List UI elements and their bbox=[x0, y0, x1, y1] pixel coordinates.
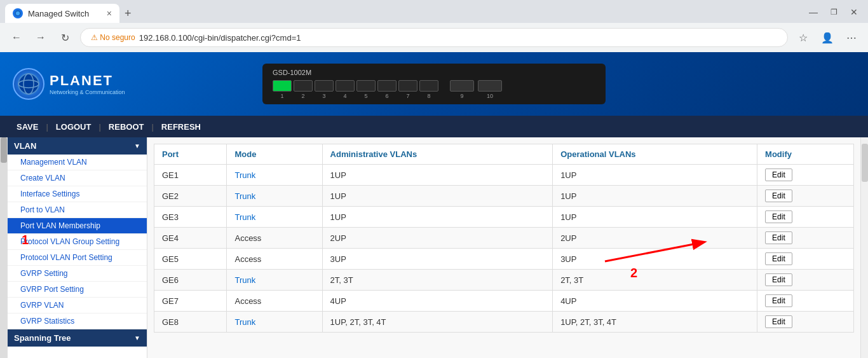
app: PLANET Networking & Communication GSD-10… bbox=[0, 52, 868, 358]
sidebar-scroll-track bbox=[0, 137, 8, 358]
edit-button[interactable]: Edit bbox=[765, 231, 792, 244]
save-button[interactable]: SAVE bbox=[10, 120, 44, 134]
tab-favicon bbox=[13, 8, 23, 18]
cell-mode: Access bbox=[227, 249, 322, 270]
cell-port: GE2 bbox=[154, 186, 227, 207]
cell-admin-vlans: 1UP bbox=[322, 207, 553, 228]
close-tab-button[interactable]: × bbox=[107, 8, 112, 18]
cell-port: GE4 bbox=[154, 228, 227, 249]
address-bar: ← → ↻ ⚠ No seguro 192.168.0.100/cgi-bin/… bbox=[0, 23, 868, 52]
cell-modify: Edit bbox=[757, 270, 854, 291]
spanning-tree-section-header[interactable]: Spanning Tree ▼ bbox=[8, 329, 147, 347]
cell-admin-vlans: 2UP bbox=[322, 228, 553, 249]
address-url: 192.168.0.100/cgi-bin/dispatcher.cgi?cmd… bbox=[139, 33, 301, 43]
sfp-port-9 bbox=[450, 80, 474, 92]
port-6 bbox=[377, 80, 397, 92]
edit-button[interactable]: Edit bbox=[765, 315, 792, 328]
edit-button[interactable]: Edit bbox=[765, 294, 792, 307]
port-4 bbox=[336, 80, 355, 92]
security-warning: ⚠ No seguro bbox=[91, 33, 135, 42]
content-scrollbar[interactable] bbox=[860, 137, 868, 358]
toolbar: SAVE | LOGOUT | REBOOT | REFRESH bbox=[0, 116, 868, 137]
port-8 bbox=[419, 80, 438, 92]
top-header: PLANET Networking & Communication GSD-10… bbox=[0, 52, 868, 116]
table-row: GE7 Access 4UP 4UP Edit bbox=[154, 291, 854, 312]
tab-title: Managed Switch bbox=[28, 9, 102, 18]
refresh-button[interactable]: ↻ bbox=[56, 29, 74, 46]
close-window-button[interactable]: ✕ bbox=[845, 3, 863, 21]
cell-mode: Trunk bbox=[227, 186, 322, 207]
port-1 bbox=[273, 80, 292, 92]
edit-button[interactable]: Edit bbox=[765, 252, 792, 265]
cell-mode: Trunk bbox=[227, 165, 322, 186]
svg-point-1 bbox=[16, 11, 20, 15]
browser-window: Managed Switch × + — ❐ ✕ ← → ↻ ⚠ No segu… bbox=[0, 0, 868, 52]
cell-oper-vlans: 1UP bbox=[553, 186, 757, 207]
sidebar-item-management-vlan[interactable]: Management VLAN bbox=[8, 155, 147, 170]
cell-admin-vlans: 4UP bbox=[322, 291, 553, 312]
profile-button[interactable]: 👤 bbox=[818, 29, 836, 46]
sidebar-scroll-thumb[interactable] bbox=[1, 137, 7, 163]
sep-3: | bbox=[150, 122, 154, 132]
cell-modify: Edit bbox=[757, 186, 854, 207]
edit-button[interactable]: Edit bbox=[765, 273, 792, 286]
sidebar-item-protocol-vlan-group[interactable]: Protocol VLAN Group Setting bbox=[8, 234, 147, 250]
table-row: GE1 Trunk 1UP 1UP Edit bbox=[154, 165, 854, 186]
table-row: GE3 Trunk 1UP 1UP Edit bbox=[154, 207, 854, 228]
sidebar-item-gvrp-vlan[interactable]: GVRP VLAN bbox=[8, 298, 147, 313]
sidebar-item-gvrp-setting[interactable]: GVRP Setting bbox=[8, 266, 147, 282]
cell-oper-vlans: 2T, 3T bbox=[553, 270, 757, 291]
cell-modify: Edit bbox=[757, 207, 854, 228]
edit-button[interactable]: Edit bbox=[765, 210, 792, 223]
cell-mode: Trunk bbox=[227, 207, 322, 228]
cell-port: GE6 bbox=[154, 270, 227, 291]
cell-admin-vlans: 1UP bbox=[322, 186, 553, 207]
scrollbar-thumb[interactable] bbox=[862, 144, 868, 182]
cell-admin-vlans: 2T, 3T bbox=[322, 270, 553, 291]
minimize-button[interactable]: — bbox=[804, 3, 822, 21]
port-3 bbox=[315, 80, 334, 92]
cell-modify: Edit bbox=[757, 165, 854, 186]
cell-mode: Access bbox=[227, 228, 322, 249]
edit-button[interactable]: Edit bbox=[765, 189, 792, 202]
forward-button[interactable]: → bbox=[32, 29, 50, 46]
col-header-admin-vlans: Administrative VLANs bbox=[322, 144, 553, 165]
sep-2: | bbox=[97, 122, 102, 132]
new-tab-button[interactable]: + bbox=[119, 4, 137, 23]
svg-point-2 bbox=[18, 74, 39, 94]
edit-button[interactable]: Edit bbox=[765, 169, 792, 181]
active-tab[interactable]: Managed Switch × bbox=[5, 4, 119, 23]
sidebar-item-port-to-vlan[interactable]: Port to VLAN bbox=[8, 202, 147, 218]
refresh-page-button[interactable]: REFRESH bbox=[155, 120, 207, 134]
sidebar-item-gvrp-statistics[interactable]: GVRP Statistics bbox=[8, 313, 147, 329]
extensions-button[interactable]: ⋯ bbox=[843, 29, 860, 46]
sidebar-item-gvrp-port-setting[interactable]: GVRP Port Setting bbox=[8, 282, 147, 298]
sidebar: VLAN ▼ Management VLAN Create VLAN Inter… bbox=[8, 137, 147, 358]
sidebar-item-port-vlan-membership[interactable]: Port VLAN Membership 1 bbox=[8, 218, 147, 234]
cell-oper-vlans: 1UP bbox=[553, 207, 757, 228]
content-area: Port Mode Administrative VLANs Operation… bbox=[147, 137, 860, 358]
cell-admin-vlans: 3UP bbox=[322, 249, 553, 270]
port-7 bbox=[398, 80, 417, 92]
vlan-section-header[interactable]: VLAN ▼ bbox=[8, 137, 147, 155]
cell-modify: Edit bbox=[757, 291, 854, 312]
address-input[interactable]: ⚠ No seguro 192.168.0.100/cgi-bin/dispat… bbox=[80, 28, 788, 47]
cell-oper-vlans: 1UP, 2T, 3T, 4T bbox=[553, 312, 757, 333]
restore-button[interactable]: ❐ bbox=[825, 3, 843, 21]
logout-button[interactable]: LOGOUT bbox=[50, 120, 98, 134]
planet-logo-text: PLANET Networking & Communication bbox=[50, 72, 125, 95]
table-row: GE6 Trunk 2T, 3T 2T, 3T Edit bbox=[154, 270, 854, 291]
tab-bar: Managed Switch × + — ❐ ✕ bbox=[0, 0, 868, 23]
sidebar-item-interface-settings[interactable]: Interface Settings bbox=[8, 186, 147, 202]
cell-admin-vlans: 1UP bbox=[322, 165, 553, 186]
sidebar-item-create-vlan[interactable]: Create VLAN bbox=[8, 170, 147, 186]
sidebar-item-protocol-vlan-port[interactable]: Protocol VLAN Port Setting bbox=[8, 250, 147, 266]
cell-modify: Edit bbox=[757, 228, 854, 249]
reboot-button[interactable]: REBOOT bbox=[102, 120, 151, 134]
favorites-button[interactable]: ☆ bbox=[794, 29, 812, 46]
back-button[interactable]: ← bbox=[8, 29, 25, 46]
switch-model-label: GSD-1002M bbox=[273, 69, 595, 76]
main-content: VLAN ▼ Management VLAN Create VLAN Inter… bbox=[0, 137, 868, 358]
table-row: GE8 Trunk 1UP, 2T, 3T, 4T 1UP, 2T, 3T, 4… bbox=[154, 312, 854, 333]
cell-mode: Trunk bbox=[227, 312, 322, 333]
